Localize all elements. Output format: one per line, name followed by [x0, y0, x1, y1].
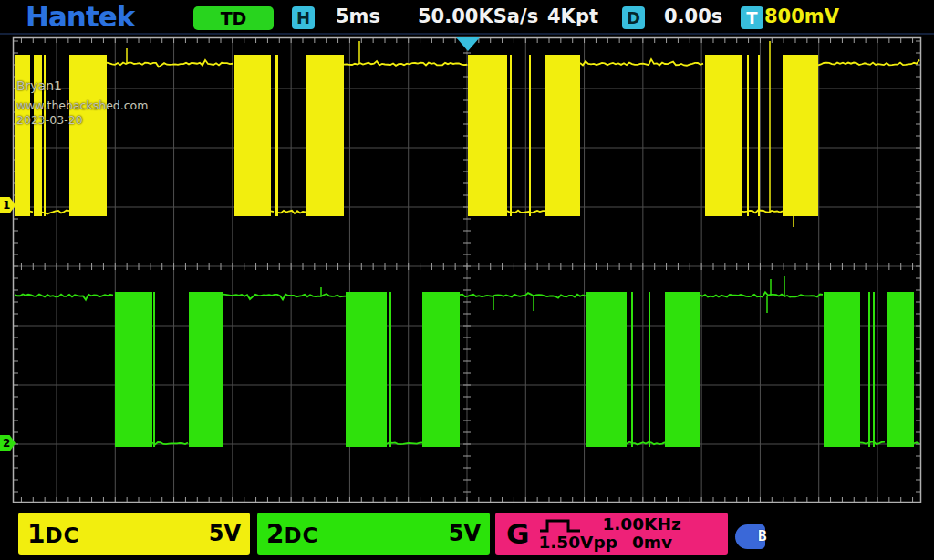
ch2-trace-burst	[189, 292, 223, 447]
annotation-username: Bryan1	[16, 78, 62, 93]
ch2-trace-bar	[389, 292, 391, 447]
ch1-trace-burst	[69, 55, 107, 216]
ch2-trace-bar	[631, 292, 633, 447]
ch2-trace-bar	[868, 292, 870, 447]
annotation-date: 2023-03-20	[16, 113, 83, 127]
ch1-trace-burst	[783, 55, 818, 216]
ch1-trace-high	[344, 61, 467, 66]
ch2-trace-high	[15, 295, 113, 300]
ch1-trace-low	[278, 211, 306, 213]
ch2-trace-burst	[346, 292, 387, 447]
ch2-trace-high	[700, 292, 823, 296]
ch2-trace-bar	[649, 292, 650, 447]
ch1-trace-bar	[758, 55, 760, 216]
ch1-trace-burst	[306, 55, 344, 216]
ch1-trace-burst	[545, 55, 580, 216]
ch1-trace-burst	[234, 55, 271, 216]
annotation-website: www.thebackshed.com	[16, 99, 148, 112]
ch2-trace-high	[223, 294, 346, 299]
ch1-trace-low	[42, 211, 69, 214]
ch1-trace-low	[271, 211, 274, 212]
ch2-trace-burst	[665, 292, 700, 447]
ch1-trace-high	[107, 60, 233, 67]
scope-canvas	[0, 0, 934, 560]
ch2-trace-bar	[153, 292, 155, 447]
ch1-trace-high	[818, 59, 919, 65]
ch2-trace-high	[460, 293, 586, 298]
oscilloscope-screen: Hantek TD H 5ms 50.00KSa/s 4Kpt D 0.00s …	[0, 0, 934, 560]
bus-indicator[interactable]: B	[735, 524, 777, 550]
ch2-trace-burst	[887, 292, 914, 447]
ch2-trace-burst	[586, 292, 627, 447]
ch2-trace-low	[914, 442, 919, 443]
ch2-trace-bar	[873, 292, 875, 447]
ch2-trace-burst	[422, 292, 460, 447]
ch1-trace-bar	[529, 55, 531, 216]
ch1-trace-high	[580, 59, 703, 66]
ch2-trace-burst	[824, 292, 860, 447]
ch1-trace-low	[507, 211, 545, 213]
ch1-trace-burst	[468, 55, 507, 216]
ch1-trace-burst	[705, 55, 742, 216]
ch1-trace-burst	[275, 55, 278, 216]
ch2-trace-burst	[115, 292, 152, 447]
bus-indicator-label: B	[758, 527, 767, 544]
ch1-trace-bar	[747, 55, 749, 216]
ch1-trace-low	[30, 212, 33, 213]
ch1-trace-bar	[510, 55, 512, 216]
